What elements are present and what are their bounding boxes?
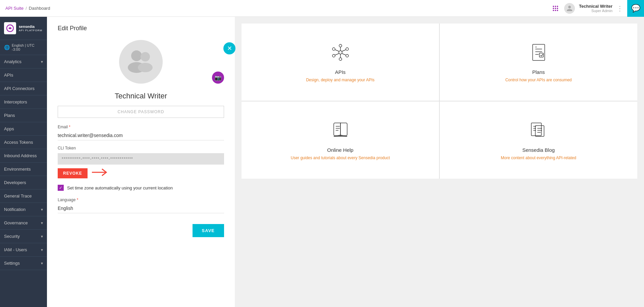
avatar-circle	[119, 40, 163, 84]
dashboard-card-plans[interactable]: Plans Control how your APIs are consumed	[440, 24, 637, 101]
sidebar-item-security[interactable]: Security▾	[0, 230, 47, 243]
header-right: Technical Writer Super Admin ⋮ 💬	[551, 0, 639, 17]
chevron-down-icon: ▾	[41, 221, 43, 225]
chevron-down-icon: ▾	[41, 261, 43, 266]
breadcrumb-separator: /	[25, 6, 27, 11]
chevron-down-icon: ▾	[41, 59, 43, 64]
breadcrumb: API Suite / Dashboard	[5, 6, 551, 11]
email-input[interactable]	[58, 131, 224, 140]
svg-point-20	[332, 54, 335, 57]
revoke-button[interactable]: REVOKE	[58, 168, 88, 178]
edit-profile-panel: Edit Profile 📷 Technical Writ	[47, 17, 235, 307]
breadcrumb-current: Dashboard	[29, 6, 50, 11]
sidebar-item-analytics[interactable]: Analytics▾	[0, 55, 47, 69]
sidebar-item-label: Access Tokens	[4, 140, 43, 145]
svg-point-19	[339, 58, 342, 60]
sidebar-items: Analytics▾APIsAPI ConnectorsInterceptors…	[0, 55, 47, 270]
sidebar-item-label: API Connectors	[4, 86, 43, 91]
api-icon	[330, 42, 351, 64]
sidebar-item-label: Interceptors	[4, 99, 43, 104]
sidebar: sensedia API PLATFORM 🌐 English | UTC -3…	[0, 17, 47, 307]
svg-point-13	[138, 63, 153, 72]
sidebar-item-developers[interactable]: Developers	[0, 176, 47, 189]
edit-profile-title: Edit Profile	[58, 25, 224, 32]
body: sensedia API PLATFORM 🌐 English | UTC -3…	[0, 17, 644, 307]
sidebar-item-interceptors[interactable]: Interceptors	[0, 95, 47, 109]
svg-rect-32	[539, 53, 543, 57]
card-subtitle: More content about everything API-relate…	[501, 156, 576, 160]
sidebar-item-label: Analytics	[4, 59, 41, 64]
sidebar-item-plans[interactable]: Plans	[0, 109, 47, 122]
sidebar-locale[interactable]: 🌐 English | UTC -3:00	[0, 40, 47, 55]
dashboard-card-apis[interactable]: APIs Design, deploy and manage your APIs	[241, 24, 439, 101]
sidebar-item-governance[interactable]: Governance▾	[0, 216, 47, 230]
svg-point-15	[339, 51, 342, 54]
timezone-checkbox[interactable]: ✓	[58, 185, 64, 191]
svg-rect-28	[533, 44, 545, 60]
sidebar-item-label: APIs	[4, 73, 43, 78]
language-label: Language *	[58, 198, 224, 202]
svg-point-5	[557, 8, 558, 9]
sidebar-item-settings[interactable]: Settings▾	[0, 257, 47, 270]
sidebar-logo[interactable]: sensedia API PLATFORM	[0, 17, 47, 40]
logo-icon	[4, 22, 16, 34]
svg-point-10	[131, 50, 142, 61]
svg-point-2	[557, 6, 558, 7]
sidebar-item-label: Settings	[4, 261, 41, 266]
sidebar-item-label: Notification	[4, 207, 41, 212]
svg-line-23	[342, 50, 346, 51]
svg-line-27	[335, 50, 339, 51]
header: API Suite / Dashboard Technical Writer S…	[0, 0, 644, 17]
sidebar-item-general-trace[interactable]: General Trace	[0, 189, 47, 203]
svg-point-3	[553, 8, 554, 9]
svg-point-7	[555, 10, 556, 11]
svg-point-17	[346, 48, 348, 50]
breadcrumb-root[interactable]: API Suite	[5, 6, 23, 11]
sidebar-item-access-tokens[interactable]: Access Tokens	[0, 136, 47, 149]
save-button[interactable]: SAVE	[193, 224, 224, 237]
language-field: Language * English	[58, 198, 224, 213]
cards-grid: APIs Design, deploy and manage your APIs…	[241, 24, 637, 179]
sidebar-item-environments[interactable]: Environments	[0, 163, 47, 176]
sidebar-item-notification[interactable]: Notification▾	[0, 203, 47, 216]
chat-icon: 💬	[631, 4, 640, 13]
card-title: Plans	[532, 69, 545, 75]
sidebar-item-apps[interactable]: Apps	[0, 122, 47, 136]
avatar-section: 📷	[58, 40, 224, 84]
sidebar-item-label: Governance	[4, 220, 41, 225]
svg-point-8	[557, 10, 558, 11]
svg-line-24	[342, 53, 346, 55]
sidebar-item-label: Plans	[4, 113, 43, 118]
sidebar-item-label: Apps	[4, 126, 43, 131]
sidebar-item-apis[interactable]: APIs	[0, 69, 47, 82]
more-options-icon[interactable]: ⋮	[616, 4, 623, 12]
dashboard-card-online-help[interactable]: Online Help User guides and tutorials ab…	[241, 101, 439, 179]
dashboard-card-sensedia-blog[interactable]: Sensedia Blog More content about everyth…	[440, 101, 637, 179]
camera-icon[interactable]: 📷	[212, 72, 224, 84]
card-title: Sensedia Blog	[522, 147, 555, 153]
change-password-button[interactable]: CHANGE PASSWORD	[58, 106, 224, 118]
chat-button[interactable]: 💬	[627, 0, 644, 17]
sidebar-item-iam---users[interactable]: IAM - Users▾	[0, 243, 47, 257]
chevron-down-icon: ▾	[41, 248, 43, 252]
avatar[interactable]	[564, 3, 575, 14]
sidebar-item-api-connectors[interactable]: API Connectors	[0, 82, 47, 95]
avatar-placeholder-icon	[126, 44, 156, 80]
svg-point-12	[141, 52, 150, 61]
main-content: Edit Profile 📷 Technical Writ	[47, 17, 644, 307]
user-info: Technical Writer Super Admin	[579, 4, 612, 13]
blog-icon	[529, 120, 549, 142]
svg-point-1	[555, 6, 556, 7]
grid-icon[interactable]	[551, 4, 560, 13]
email-field: Email *	[58, 125, 224, 140]
chevron-down-icon: ▾	[41, 234, 43, 239]
close-button[interactable]: ✕	[223, 42, 235, 54]
timezone-row: ✓ Set time zone automatically using your…	[58, 185, 224, 191]
cli-token-section: CLI Token **********-****-****-****-****…	[58, 146, 224, 179]
help-icon	[330, 120, 351, 142]
svg-rect-40	[531, 123, 541, 136]
card-subtitle: User guides and tutorials about every Se…	[291, 156, 390, 160]
sidebar-item-label: Developers	[4, 180, 43, 185]
sidebar-item-inbound-address[interactable]: Inbound Address	[0, 149, 47, 163]
svg-point-0	[553, 6, 554, 7]
